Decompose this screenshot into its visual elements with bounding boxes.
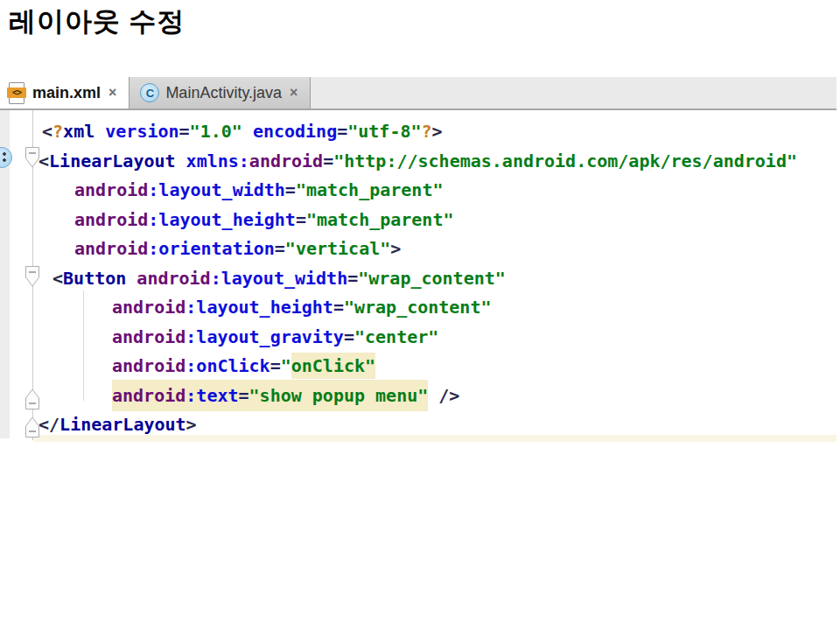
tab-main-xml[interactable]: <> main.xml × — [0, 77, 129, 108]
code-line: <?xml version="1.0" encoding="utf-8"?> — [38, 117, 836, 147]
code-line: android:layout_height="wrap_content" — [38, 293, 836, 323]
tab-mainactivity-java[interactable]: C MainActivity.java × — [129, 77, 311, 108]
tab-bar: <> main.xml × C MainActivity.java × — [0, 77, 836, 110]
xml-badge: <> — [7, 88, 26, 98]
fold-marker-icon[interactable] — [25, 147, 39, 168]
java-class-icon: C — [140, 83, 159, 102]
code-line: android:text="show popup menu" /> — [38, 382, 836, 411]
code-line: android:layout_height="match_parent" — [38, 206, 836, 235]
code-line: </LinearLayout> — [38, 410, 836, 440]
code-area[interactable]: <?xml version="1.0" encoding="utf-8"?><L… — [0, 110, 836, 440]
close-icon[interactable]: × — [108, 85, 116, 101]
code-line: android:layout_width="match_parent" — [38, 176, 836, 206]
code-line: <Button android:layout_width="wrap_conte… — [38, 264, 836, 294]
close-icon[interactable]: × — [290, 85, 298, 101]
xml-file-icon: <> — [7, 82, 26, 103]
code-line: android:orientation="vertical"> — [38, 234, 836, 264]
tab-label: MainActivity.java — [165, 84, 282, 102]
page-title: 레이아웃 수정 — [9, 4, 186, 40]
fold-marker-icon[interactable] — [25, 388, 39, 410]
fold-marker-icon[interactable] — [25, 416, 39, 438]
code-line: <LinearLayout xmlns:android="http://sche… — [38, 147, 836, 177]
code-line: android:onClick="onClick" — [38, 352, 836, 382]
tab-label: main.xml — [32, 84, 101, 102]
editor-body: <?xml version="1.0" encoding="utf-8"?><L… — [0, 110, 836, 444]
code-line: android:layout_gravity="center" — [38, 323, 836, 353]
fold-marker-icon[interactable] — [25, 266, 39, 287]
editor-window: <> main.xml × C MainActivity.java × — [0, 77, 836, 444]
